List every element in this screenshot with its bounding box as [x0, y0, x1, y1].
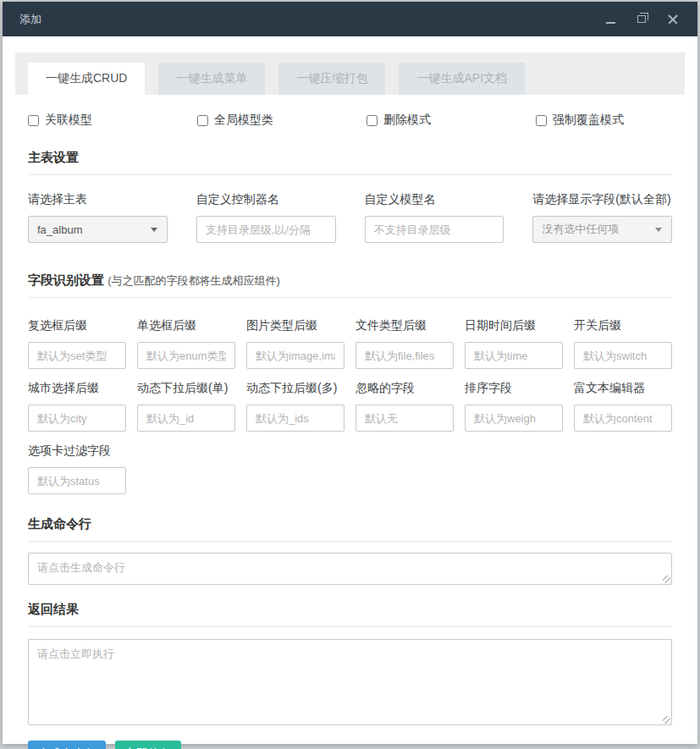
main-table-field-row: 请选择主表 fa_album 自定义控制器名 自定义模型名 请选择显示字段(默认…	[28, 192, 672, 243]
window-title: 添加	[19, 12, 41, 27]
controller-name-label: 自定义控制器名	[196, 192, 336, 207]
checkbox-label: 强制覆盖模式	[553, 113, 624, 128]
checkbox-label: 关联模型	[45, 113, 92, 128]
close-icon	[668, 14, 678, 25]
window-controls	[601, 10, 682, 29]
field-model-name: 自定义模型名	[365, 192, 504, 243]
field-tab-filter: 选项卡过滤字段	[28, 443, 126, 494]
ignore-fields-input[interactable]	[356, 405, 454, 432]
field-selectpage-single-suffix: 动态下拉后缀(单)	[137, 381, 235, 432]
field-radio-suffix: 单选框后缀	[137, 318, 235, 369]
tab-filter-input[interactable]	[28, 467, 126, 494]
form-area: 关联模型 全局模型类 删除模式 强制覆盖模式 主表设置 请选择主表	[15, 113, 685, 749]
checkbox-force-overwrite[interactable]: 强制覆盖模式	[536, 113, 672, 128]
sort-field-input[interactable]	[465, 405, 563, 432]
relation-model-checkbox[interactable]	[28, 115, 39, 126]
section-main-table-title: 主表设置	[28, 150, 672, 175]
field-label: 富文本编辑器	[574, 381, 672, 396]
main-table-label: 请选择主表	[28, 192, 168, 207]
close-button[interactable]	[664, 10, 682, 29]
delete-mode-checkbox[interactable]	[367, 115, 378, 126]
section-recognition-title: 字段识别设置 (与之匹配的字段都将生成相应组件)	[28, 273, 672, 298]
field-label: 城市选择后缀	[28, 381, 126, 396]
field-checkbox-suffix: 复选框后缀	[28, 318, 126, 369]
main-table-select[interactable]: fa_album	[28, 216, 168, 243]
model-name-label: 自定义模型名	[365, 192, 504, 207]
generate-command-button[interactable]: 生成命令行	[28, 741, 106, 749]
result-textarea[interactable]	[28, 639, 672, 725]
field-label: 文件类型后缀	[356, 318, 454, 333]
display-fields-select[interactable]: 没有选中任何项	[532, 216, 672, 243]
option-checkbox-row: 关联模型 全局模型类 删除模式 强制覆盖模式	[28, 113, 672, 128]
minimize-button[interactable]	[601, 10, 620, 29]
field-label: 排序字段	[465, 381, 563, 396]
chevron-down-icon	[655, 228, 662, 232]
execute-now-button[interactable]: 立即执行	[115, 741, 181, 749]
field-label: 图片类型后缀	[246, 318, 344, 333]
field-image-suffix: 图片类型后缀	[246, 318, 344, 369]
field-selectpage-multi-suffix: 动态下拉后缀(多)	[246, 381, 344, 432]
editor-input[interactable]	[574, 405, 672, 432]
file-suffix-input[interactable]	[356, 342, 454, 369]
city-suffix-input[interactable]	[28, 405, 126, 432]
global-model-checkbox[interactable]	[197, 115, 208, 126]
force-overwrite-checkbox[interactable]	[536, 115, 547, 126]
field-label: 选项卡过滤字段	[28, 443, 126, 459]
controller-name-input[interactable]	[196, 216, 336, 243]
field-label: 复选框后缀	[28, 318, 126, 333]
field-city-suffix: 城市选择后缀	[28, 381, 126, 432]
field-label: 忽略的字段	[356, 381, 454, 396]
datetime-suffix-input[interactable]	[465, 342, 563, 369]
model-name-input[interactable]	[365, 216, 504, 243]
field-file-suffix: 文件类型后缀	[356, 318, 454, 369]
field-label: 开关后缀	[574, 318, 672, 333]
tab-generate-api-doc[interactable]: 一键生成API文档	[399, 63, 525, 95]
checkbox-relation-model[interactable]: 关联模型	[28, 113, 197, 128]
chevron-down-icon	[151, 228, 157, 232]
tab-generate-menu[interactable]: 一键生成菜单	[158, 63, 265, 95]
field-label: 日期时间后缀	[465, 318, 563, 333]
checkbox-label: 删除模式	[383, 113, 431, 128]
section-command-title: 生成命令行	[28, 516, 672, 542]
field-display-fields: 请选择显示字段(默认全部) 没有选中任何项	[532, 192, 672, 243]
field-switch-suffix: 开关后缀	[574, 318, 672, 369]
display-fields-label: 请选择显示字段(默认全部)	[532, 192, 672, 207]
field-datetime-suffix: 日期时间后缀	[465, 318, 563, 369]
field-sort-field: 排序字段	[465, 381, 563, 432]
action-button-row: 生成命令行 立即执行	[28, 741, 672, 749]
field-controller-name: 自定义控制器名	[196, 192, 336, 243]
checkbox-global-model[interactable]: 全局模型类	[197, 113, 367, 128]
command-textarea-wrap	[28, 553, 672, 585]
field-main-table: 请选择主表 fa_album	[28, 192, 168, 243]
tab-generate-crud[interactable]: 一键生成CRUD	[28, 63, 145, 95]
maximize-button[interactable]	[632, 10, 651, 29]
field-ignore-fields: 忽略的字段	[356, 381, 454, 432]
field-label: 动态下拉后缀(多)	[246, 381, 344, 396]
maximize-icon	[637, 15, 646, 23]
recognition-field-grid: 复选框后缀 单选框后缀 图片类型后缀 文件类型后缀 日期时间后缀	[28, 318, 672, 494]
recognition-title-text: 字段识别设置	[28, 273, 104, 287]
checkbox-delete-mode[interactable]: 删除模式	[367, 113, 536, 128]
field-label: 单选框后缀	[137, 318, 235, 333]
image-suffix-input[interactable]	[246, 342, 344, 369]
field-label: 动态下拉后缀(单)	[137, 381, 235, 396]
main-table-select-value: fa_album	[37, 223, 82, 236]
selectpage-multi-input[interactable]	[246, 405, 344, 432]
recognition-subtitle: (与之匹配的字段都将生成相应组件)	[107, 274, 280, 287]
radio-suffix-input[interactable]	[137, 342, 235, 369]
tab-compress-package[interactable]: 一键压缩打包	[278, 63, 385, 95]
selectpage-single-input[interactable]	[137, 405, 235, 432]
minimize-icon	[606, 22, 615, 24]
section-result-title: 返回结果	[28, 602, 672, 627]
titlebar: 添加	[3, 2, 697, 36]
tab-strip: 一键生成CRUD 一键生成菜单 一键压缩打包 一键生成API文档	[15, 52, 685, 95]
checkbox-label: 全局模型类	[214, 113, 273, 128]
command-textarea[interactable]	[28, 553, 672, 585]
display-fields-select-value: 没有选中任何项	[542, 222, 619, 237]
result-textarea-wrap	[28, 639, 672, 725]
switch-suffix-input[interactable]	[574, 342, 672, 369]
dialog-window: 添加 一键生成CRUD 一键生成菜单 一键压缩打包 一键生成API文档 关联模型…	[3, 2, 697, 744]
dialog-body: 一键生成CRUD 一键生成菜单 一键压缩打包 一键生成API文档 关联模型 全局…	[3, 36, 697, 749]
field-editor: 富文本编辑器	[574, 381, 672, 432]
checkbox-suffix-input[interactable]	[28, 342, 126, 369]
